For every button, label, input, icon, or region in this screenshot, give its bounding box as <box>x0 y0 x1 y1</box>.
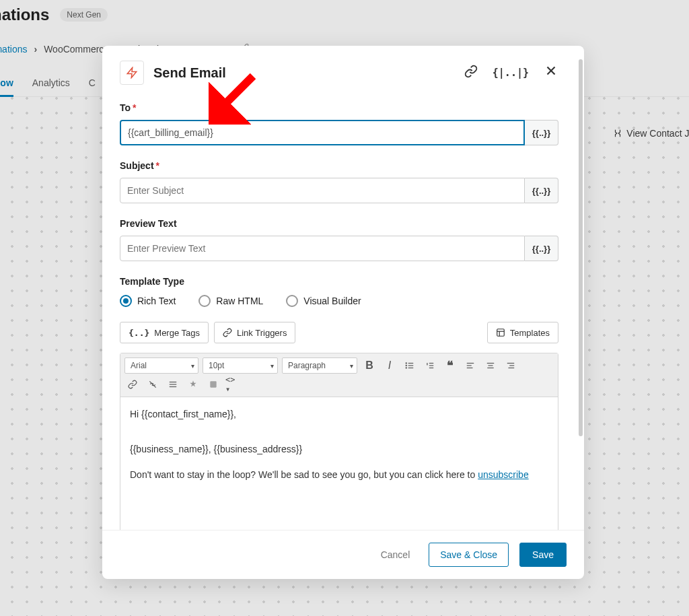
tab-analytics[interactable]: Analytics <box>32 77 70 88</box>
italic-icon[interactable]: I <box>382 357 398 374</box>
paragraph-select[interactable]: Paragraph <box>282 357 357 374</box>
link-insert-icon[interactable] <box>124 376 141 392</box>
page-title: utomations <box>0 5 49 24</box>
send-email-modal: Send Email {|..|} To* <box>102 46 584 579</box>
svg-marker-0 <box>127 68 137 78</box>
merge-tags-icon[interactable]: {|..|} <box>493 67 529 79</box>
special-icon[interactable] <box>185 376 201 392</box>
tab-other[interactable]: C <box>89 77 96 88</box>
lightning-icon <box>120 61 144 85</box>
align-left-icon[interactable] <box>462 357 478 374</box>
link-icon[interactable] <box>464 65 478 81</box>
merge-tags-button[interactable]: {..} Merge Tags <box>120 322 209 343</box>
size-select[interactable]: 10pt <box>203 357 278 374</box>
align-center-icon[interactable] <box>482 357 499 374</box>
to-merge-button[interactable]: {{..}} <box>525 120 558 145</box>
radio-rich-text[interactable]: Rich Text <box>120 295 176 307</box>
radio-visual-builder[interactable]: Visual Builder <box>286 295 361 307</box>
cancel-button[interactable]: Cancel <box>373 544 419 566</box>
unlink-icon[interactable] <box>145 376 161 392</box>
bold-icon[interactable]: B <box>361 357 377 374</box>
save-button[interactable]: Save <box>519 543 567 567</box>
to-input[interactable] <box>120 120 525 145</box>
bullet-list-icon[interactable] <box>402 357 418 374</box>
modal-title: Send Email <box>153 65 455 81</box>
breadcrumb-root[interactable]: utomations <box>0 44 27 55</box>
number-list-icon[interactable] <box>422 357 438 374</box>
editor-body[interactable]: Hi {{contact_first_name}}, {{business_na… <box>120 397 558 530</box>
svg-line-24 <box>149 381 155 387</box>
save-close-button[interactable]: Save & Close <box>429 543 509 567</box>
quote-icon[interactable]: ❝ <box>442 357 458 374</box>
svg-point-10 <box>406 365 406 366</box>
templates-button[interactable]: Templates <box>487 322 558 343</box>
close-icon[interactable] <box>544 63 558 82</box>
svg-point-9 <box>406 363 406 364</box>
preview-merge-button[interactable]: {{..}} <box>525 236 558 261</box>
svg-point-11 <box>406 368 406 368</box>
chevron-right-icon: › <box>34 44 37 55</box>
link-triggers-button[interactable]: Link Triggers <box>214 322 295 343</box>
scrollbar[interactable] <box>579 59 583 436</box>
code-icon[interactable]: <> ▾ <box>225 376 242 392</box>
align-right-icon[interactable] <box>503 357 519 374</box>
svg-rect-28 <box>210 381 216 387</box>
editor-toolbar: Arial 10pt Paragraph B I ❝ <box>120 353 558 397</box>
journey-link-label: View Contact Jou <box>626 128 689 139</box>
to-label: To* <box>120 102 558 113</box>
hr-icon[interactable] <box>165 376 181 392</box>
font-select[interactable]: Arial <box>124 357 198 374</box>
preview-input[interactable] <box>120 236 525 261</box>
block-icon[interactable] <box>205 376 221 392</box>
radio-raw-html[interactable]: Raw HTML <box>198 295 263 307</box>
template-type-label: Template Type <box>120 276 558 287</box>
subject-merge-button[interactable]: {{..}} <box>525 178 558 203</box>
subject-input[interactable] <box>120 178 525 203</box>
subject-label: Subject* <box>120 160 558 171</box>
badge-nextgen: Next Gen <box>60 8 108 22</box>
unsubscribe-link[interactable]: unsubscribe <box>478 469 529 480</box>
view-contact-journey-button[interactable]: View Contact Jou <box>613 128 689 139</box>
preview-label: Preview Text <box>120 218 558 229</box>
svg-rect-3 <box>497 329 505 337</box>
